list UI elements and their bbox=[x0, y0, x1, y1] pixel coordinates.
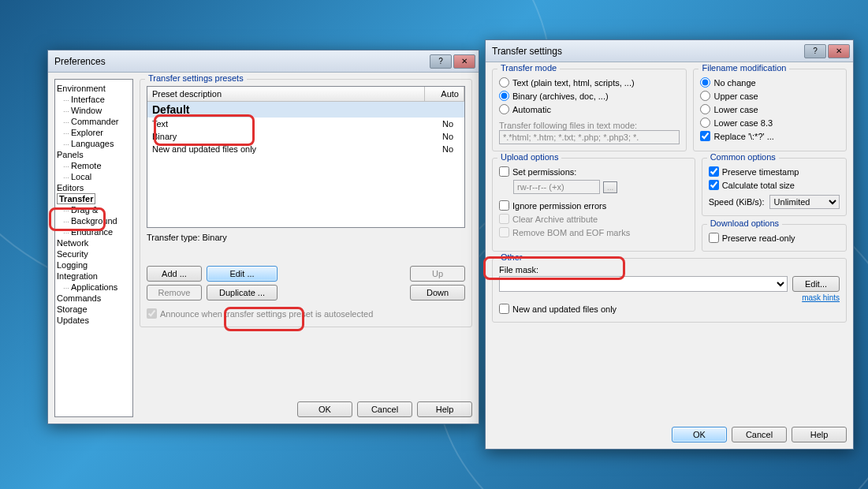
ignore-permission-errors-checkbox[interactable] bbox=[499, 200, 509, 211]
replace-checkbox[interactable] bbox=[700, 131, 710, 141]
mode-text-radio[interactable] bbox=[499, 77, 509, 88]
ok-button[interactable]: OK bbox=[672, 427, 727, 442]
preserve-readonly-checkbox[interactable] bbox=[709, 233, 719, 243]
tree-logging[interactable]: Logging bbox=[55, 259, 132, 271]
titlebar[interactable]: Transfer settings ? ✕ bbox=[486, 40, 853, 62]
tree-integration[interactable]: Integration bbox=[55, 271, 132, 282]
tree-background[interactable]: Background bbox=[55, 215, 132, 226]
filename-nochange-radio[interactable] bbox=[700, 77, 710, 88]
help-button[interactable]: Help bbox=[417, 401, 472, 417]
set-permissions-checkbox[interactable] bbox=[499, 166, 509, 177]
permissions-field bbox=[513, 180, 600, 194]
remove-button[interactable]: Remove bbox=[147, 285, 202, 300]
close-icon[interactable]: ✕ bbox=[453, 54, 475, 69]
down-button[interactable]: Down bbox=[410, 285, 465, 300]
up-button[interactable]: Up bbox=[410, 266, 465, 282]
announce-label: Announce when transfer settings preset i… bbox=[160, 309, 373, 319]
tree-security[interactable]: Security bbox=[55, 248, 132, 259]
tree-dragdrop[interactable]: Drag & bbox=[55, 204, 132, 215]
tree-languages[interactable]: Languages bbox=[55, 138, 132, 149]
announce-checkbox[interactable] bbox=[147, 308, 157, 319]
remove-bom-checkbox[interactable] bbox=[499, 227, 509, 237]
presets-group-title: Transfer settings presets bbox=[145, 73, 247, 83]
calculate-size-checkbox[interactable] bbox=[709, 180, 719, 190]
download-options-group: Download options Preserve read-only bbox=[702, 224, 847, 252]
clear-archive-checkbox[interactable] bbox=[499, 214, 509, 224]
filename-lower83-radio[interactable] bbox=[700, 118, 710, 128]
tree-remote[interactable]: Remote bbox=[55, 160, 132, 171]
tree-explorer[interactable]: Explorer bbox=[55, 127, 132, 138]
tree-local[interactable]: Local bbox=[55, 171, 132, 182]
help-icon[interactable]: ? bbox=[804, 44, 826, 58]
preset-list[interactable]: Preset description Auto Default Text No … bbox=[147, 86, 465, 228]
cancel-button[interactable]: Cancel bbox=[357, 401, 412, 417]
upload-options-group: Upload options Set permissions: ... Igno… bbox=[492, 158, 695, 252]
col-description[interactable]: Preset description bbox=[147, 87, 425, 101]
transfer-settings-dialog: Transfer settings ? ✕ Transfer mode Text… bbox=[485, 39, 854, 450]
transfer-mode-group: Transfer mode Text (plain text, html, sc… bbox=[492, 69, 687, 151]
title: Transfer settings bbox=[492, 46, 804, 57]
mask-edit-button[interactable]: Edit... bbox=[792, 276, 840, 292]
tree-transfer[interactable]: Transfer bbox=[55, 193, 132, 204]
col-auto[interactable]: Auto bbox=[425, 87, 464, 101]
tree-interface[interactable]: Interface bbox=[55, 94, 132, 105]
common-options-group: Common options Preserve timestamp Calcul… bbox=[702, 158, 847, 216]
text-mode-pattern bbox=[499, 130, 680, 144]
help-button[interactable]: Help bbox=[792, 427, 847, 442]
close-icon[interactable]: ✕ bbox=[828, 44, 850, 58]
mask-hints-link[interactable]: mask hints bbox=[499, 293, 840, 302]
other-group: Other File mask: Edit... mask hints New … bbox=[492, 258, 847, 323]
titlebar[interactable]: Preferences ? ✕ bbox=[48, 50, 479, 73]
filename-upper-radio[interactable] bbox=[700, 91, 710, 101]
duplicate-button[interactable]: Duplicate ... bbox=[207, 285, 278, 300]
preset-row[interactable]: New and updated files only No bbox=[147, 143, 464, 155]
preset-row[interactable]: Text No bbox=[147, 118, 464, 130]
tree-commander[interactable]: Commander bbox=[55, 116, 132, 127]
tree-window[interactable]: Window bbox=[55, 105, 132, 116]
mode-binary-radio[interactable] bbox=[499, 91, 509, 101]
new-updated-checkbox[interactable] bbox=[499, 304, 509, 314]
cancel-button[interactable]: Cancel bbox=[732, 427, 787, 442]
transfer-type-label: Transfer type: Binary bbox=[147, 233, 465, 242]
presets-group: Transfer settings presets Preset descrip… bbox=[140, 79, 472, 327]
permissions-browse-button[interactable]: ... bbox=[603, 181, 617, 193]
speed-select[interactable]: Unlimited bbox=[769, 195, 840, 209]
ok-button[interactable]: OK bbox=[297, 401, 352, 417]
tree-applications[interactable]: Applications bbox=[55, 282, 132, 293]
tree-network[interactable]: Network bbox=[55, 237, 132, 248]
preferences-dialog: Preferences ? ✕ Environment Interface Wi… bbox=[47, 50, 479, 424]
tree-environment[interactable]: Environment bbox=[55, 83, 132, 94]
title: Preferences bbox=[54, 56, 430, 67]
file-mask-field[interactable] bbox=[499, 276, 788, 292]
edit-button[interactable]: Edit ... bbox=[207, 266, 278, 282]
tree-panels[interactable]: Panels bbox=[55, 149, 132, 160]
preserve-timestamp-checkbox[interactable] bbox=[709, 166, 719, 177]
preset-row[interactable]: Default bbox=[147, 102, 464, 118]
category-tree[interactable]: Environment Interface Window Commander E… bbox=[54, 79, 133, 417]
tree-updates[interactable]: Updates bbox=[55, 315, 132, 326]
tree-editors[interactable]: Editors bbox=[55, 182, 132, 193]
help-icon[interactable]: ? bbox=[430, 54, 452, 69]
mode-auto-radio[interactable] bbox=[499, 104, 509, 114]
tree-storage[interactable]: Storage bbox=[55, 304, 132, 315]
filename-lower-radio[interactable] bbox=[700, 104, 710, 114]
add-button[interactable]: Add ... bbox=[147, 266, 202, 282]
preset-row[interactable]: Binary No bbox=[147, 130, 464, 143]
tree-endurance[interactable]: Endurance bbox=[55, 226, 132, 237]
filename-mod-group: Filename modification No change Upper ca… bbox=[693, 69, 847, 151]
tree-commands[interactable]: Commands bbox=[55, 293, 132, 304]
